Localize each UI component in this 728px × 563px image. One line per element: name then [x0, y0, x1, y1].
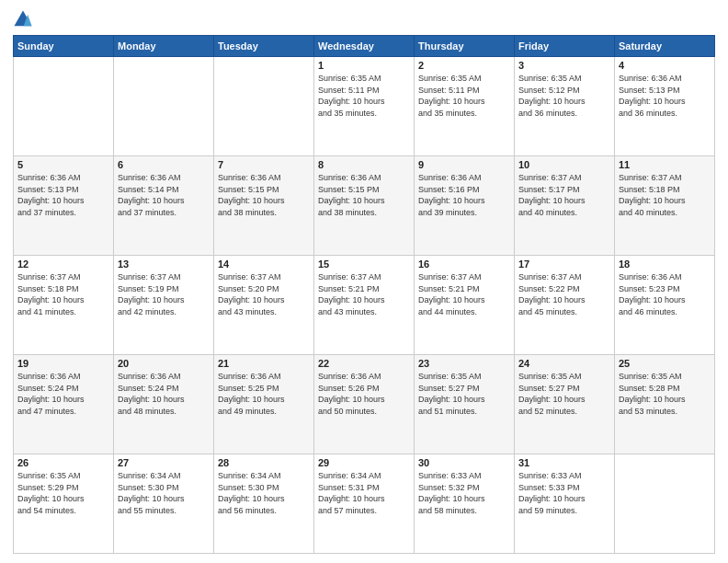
calendar-cell: 8Sunrise: 6:36 AM Sunset: 5:15 PM Daylig…	[314, 156, 415, 256]
day-number: 3	[518, 60, 610, 71]
weekday-header-saturday: Saturday	[615, 36, 715, 57]
day-info: Sunrise: 6:36 AM Sunset: 5:14 PM Dayligh…	[118, 172, 210, 218]
day-info: Sunrise: 6:34 AM Sunset: 5:31 PM Dayligh…	[318, 470, 410, 516]
weekday-header-friday: Friday	[515, 36, 615, 57]
page: SundayMondayTuesdayWednesdayThursdayFrid…	[0, 0, 728, 563]
day-info: Sunrise: 6:35 AM Sunset: 5:11 PM Dayligh…	[418, 73, 510, 119]
day-number: 23	[418, 358, 510, 369]
day-info: Sunrise: 6:36 AM Sunset: 5:24 PM Dayligh…	[17, 371, 109, 417]
day-info: Sunrise: 6:36 AM Sunset: 5:16 PM Dayligh…	[418, 172, 510, 218]
calendar-cell: 24Sunrise: 6:35 AM Sunset: 5:27 PM Dayli…	[515, 355, 615, 454]
calendar-cell: 11Sunrise: 6:37 AM Sunset: 5:18 PM Dayli…	[615, 156, 715, 256]
calendar-cell: 22Sunrise: 6:36 AM Sunset: 5:26 PM Dayli…	[314, 355, 415, 454]
logo-icon	[13, 9, 33, 29]
day-number: 17	[518, 259, 610, 270]
calendar-header: SundayMondayTuesdayWednesdayThursdayFrid…	[14, 36, 715, 57]
week-row-4: 19Sunrise: 6:36 AM Sunset: 5:24 PM Dayli…	[14, 355, 715, 454]
calendar-cell: 10Sunrise: 6:37 AM Sunset: 5:17 PM Dayli…	[515, 156, 615, 256]
day-info: Sunrise: 6:34 AM Sunset: 5:30 PM Dayligh…	[118, 470, 210, 516]
day-number: 24	[518, 358, 610, 369]
header	[13, 9, 715, 29]
calendar-cell: 19Sunrise: 6:36 AM Sunset: 5:24 PM Dayli…	[14, 355, 114, 454]
calendar-cell: 30Sunrise: 6:33 AM Sunset: 5:32 PM Dayli…	[415, 454, 515, 554]
day-info: Sunrise: 6:35 AM Sunset: 5:27 PM Dayligh…	[518, 371, 610, 417]
day-info: Sunrise: 6:37 AM Sunset: 5:20 PM Dayligh…	[218, 271, 310, 317]
day-info: Sunrise: 6:33 AM Sunset: 5:32 PM Dayligh…	[418, 470, 510, 516]
calendar-cell: 31Sunrise: 6:33 AM Sunset: 5:33 PM Dayli…	[515, 454, 615, 554]
day-info: Sunrise: 6:36 AM Sunset: 5:26 PM Dayligh…	[318, 371, 410, 417]
week-row-2: 5Sunrise: 6:36 AM Sunset: 5:13 PM Daylig…	[14, 156, 715, 256]
weekday-row: SundayMondayTuesdayWednesdayThursdayFrid…	[14, 36, 715, 57]
day-number: 7	[218, 159, 310, 170]
day-number: 12	[17, 259, 109, 270]
calendar-cell: 7Sunrise: 6:36 AM Sunset: 5:15 PM Daylig…	[214, 156, 314, 256]
calendar-cell: 6Sunrise: 6:36 AM Sunset: 5:14 PM Daylig…	[114, 156, 214, 256]
calendar-cell: 17Sunrise: 6:37 AM Sunset: 5:22 PM Dayli…	[515, 256, 615, 355]
calendar-cell: 13Sunrise: 6:37 AM Sunset: 5:19 PM Dayli…	[114, 256, 214, 355]
day-info: Sunrise: 6:36 AM Sunset: 5:25 PM Dayligh…	[218, 371, 310, 417]
calendar-cell: 16Sunrise: 6:37 AM Sunset: 5:21 PM Dayli…	[415, 256, 515, 355]
calendar-cell: 20Sunrise: 6:36 AM Sunset: 5:24 PM Dayli…	[114, 355, 214, 454]
day-number: 6	[118, 159, 210, 170]
day-info: Sunrise: 6:35 AM Sunset: 5:28 PM Dayligh…	[619, 371, 711, 417]
day-info: Sunrise: 6:36 AM Sunset: 5:24 PM Dayligh…	[118, 371, 210, 417]
calendar-cell: 9Sunrise: 6:36 AM Sunset: 5:16 PM Daylig…	[415, 156, 515, 256]
calendar-body: 1Sunrise: 6:35 AM Sunset: 5:11 PM Daylig…	[14, 57, 715, 554]
day-info: Sunrise: 6:33 AM Sunset: 5:33 PM Dayligh…	[518, 470, 610, 516]
calendar-cell	[214, 57, 314, 156]
day-number: 9	[418, 159, 510, 170]
day-info: Sunrise: 6:36 AM Sunset: 5:15 PM Dayligh…	[218, 172, 310, 218]
day-number: 25	[619, 358, 711, 369]
day-number: 22	[318, 358, 410, 369]
day-number: 18	[619, 259, 711, 270]
day-info: Sunrise: 6:37 AM Sunset: 5:18 PM Dayligh…	[17, 271, 109, 317]
calendar-cell: 23Sunrise: 6:35 AM Sunset: 5:27 PM Dayli…	[415, 355, 515, 454]
day-number: 15	[318, 259, 410, 270]
calendar-cell	[114, 57, 214, 156]
day-number: 13	[118, 259, 210, 270]
day-number: 11	[619, 159, 711, 170]
day-info: Sunrise: 6:37 AM Sunset: 5:21 PM Dayligh…	[418, 271, 510, 317]
weekday-header-thursday: Thursday	[415, 36, 515, 57]
calendar-cell: 2Sunrise: 6:35 AM Sunset: 5:11 PM Daylig…	[415, 57, 515, 156]
weekday-header-tuesday: Tuesday	[214, 36, 314, 57]
day-number: 10	[518, 159, 610, 170]
day-number: 19	[17, 358, 109, 369]
calendar-cell: 1Sunrise: 6:35 AM Sunset: 5:11 PM Daylig…	[314, 57, 415, 156]
day-info: Sunrise: 6:36 AM Sunset: 5:23 PM Dayligh…	[619, 271, 711, 317]
day-number: 27	[118, 457, 210, 468]
day-info: Sunrise: 6:37 AM Sunset: 5:17 PM Dayligh…	[518, 172, 610, 218]
calendar-cell	[615, 454, 715, 554]
day-info: Sunrise: 6:35 AM Sunset: 5:12 PM Dayligh…	[518, 73, 610, 119]
day-number: 28	[218, 457, 310, 468]
calendar-cell: 18Sunrise: 6:36 AM Sunset: 5:23 PM Dayli…	[615, 256, 715, 355]
day-info: Sunrise: 6:37 AM Sunset: 5:21 PM Dayligh…	[318, 271, 410, 317]
calendar-cell: 12Sunrise: 6:37 AM Sunset: 5:18 PM Dayli…	[14, 256, 114, 355]
day-info: Sunrise: 6:36 AM Sunset: 5:13 PM Dayligh…	[17, 172, 109, 218]
calendar-cell: 25Sunrise: 6:35 AM Sunset: 5:28 PM Dayli…	[615, 355, 715, 454]
logo	[13, 9, 37, 29]
day-number: 31	[518, 457, 610, 468]
day-number: 21	[218, 358, 310, 369]
day-number: 4	[619, 60, 711, 71]
calendar-cell: 15Sunrise: 6:37 AM Sunset: 5:21 PM Dayli…	[314, 256, 415, 355]
day-number: 8	[318, 159, 410, 170]
day-info: Sunrise: 6:37 AM Sunset: 5:18 PM Dayligh…	[619, 172, 711, 218]
calendar-cell: 21Sunrise: 6:36 AM Sunset: 5:25 PM Dayli…	[214, 355, 314, 454]
calendar-cell: 5Sunrise: 6:36 AM Sunset: 5:13 PM Daylig…	[14, 156, 114, 256]
day-info: Sunrise: 6:34 AM Sunset: 5:30 PM Dayligh…	[218, 470, 310, 516]
week-row-5: 26Sunrise: 6:35 AM Sunset: 5:29 PM Dayli…	[14, 454, 715, 554]
day-info: Sunrise: 6:36 AM Sunset: 5:13 PM Dayligh…	[619, 73, 711, 119]
day-number: 1	[318, 60, 410, 71]
day-number: 16	[418, 259, 510, 270]
day-number: 2	[418, 60, 510, 71]
calendar-cell: 3Sunrise: 6:35 AM Sunset: 5:12 PM Daylig…	[515, 57, 615, 156]
day-info: Sunrise: 6:36 AM Sunset: 5:15 PM Dayligh…	[318, 172, 410, 218]
calendar-cell	[14, 57, 114, 156]
day-number: 20	[118, 358, 210, 369]
day-info: Sunrise: 6:35 AM Sunset: 5:27 PM Dayligh…	[418, 371, 510, 417]
day-info: Sunrise: 6:37 AM Sunset: 5:19 PM Dayligh…	[118, 271, 210, 317]
calendar-table: SundayMondayTuesdayWednesdayThursdayFrid…	[13, 35, 715, 554]
calendar-cell: 4Sunrise: 6:36 AM Sunset: 5:13 PM Daylig…	[615, 57, 715, 156]
weekday-header-wednesday: Wednesday	[314, 36, 415, 57]
